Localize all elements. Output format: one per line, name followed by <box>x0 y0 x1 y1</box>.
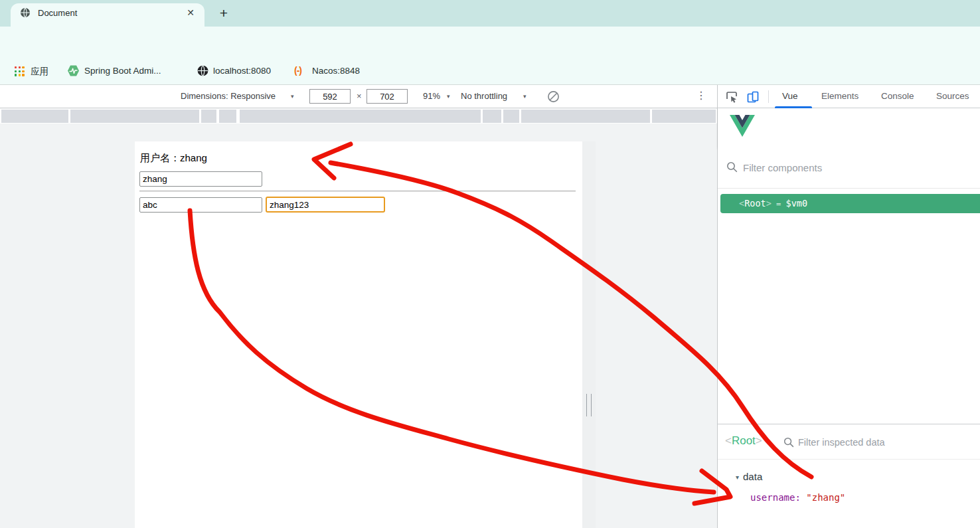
viewport-width-input[interactable] <box>309 89 351 104</box>
devtools: Dimensions: Responsive ▾ × 91% ▾ No thro… <box>0 84 980 528</box>
horizontal-rule <box>139 191 576 191</box>
devtools-tab-bar: Vue Elements Console Sources <box>718 85 980 108</box>
apps-grid-icon[interactable] <box>15 66 25 76</box>
new-tab-button[interactable]: + <box>216 5 232 21</box>
nacos-icon: (-) <box>294 65 301 76</box>
device-toolbar: Dimensions: Responsive ▾ × 91% ▾ No thro… <box>0 85 717 108</box>
property-row[interactable]: username: "zhang" <box>750 492 845 503</box>
inspector-header: <Root> <box>718 424 980 460</box>
inspected-component-title: <Root> <box>725 434 762 448</box>
search-icon <box>783 437 794 448</box>
bracket-close: > <box>766 198 772 209</box>
throttling-dropdown[interactable]: No throttling <box>461 91 507 101</box>
bookmark-nacos[interactable]: Nacos:8848 <box>312 66 360 76</box>
bookmark-apps-label[interactable]: 应用 <box>31 66 48 78</box>
tab-strip: Document ✕ + <box>0 0 980 27</box>
data-section-label: data <box>743 471 762 482</box>
device-emulation-pane: Dimensions: Responsive ▾ × 91% ▾ No thro… <box>0 85 717 528</box>
vue-devtools-pane: Vue Elements Console Sources <Root <box>718 85 980 528</box>
globe-favicon-icon <box>20 7 31 18</box>
browser-tab[interactable]: Document ✕ <box>11 3 204 27</box>
filter-components-row <box>718 148 980 189</box>
address-bar: ← → ↻ ⌂ i 文件 | D:/Workspace-vue/HMVue2/d… <box>0 27 980 58</box>
bookmarks-bar: 应用 Spring Boot Admi... localhost:8080 (-… <box>0 58 980 84</box>
tab-sources[interactable]: Sources <box>936 91 969 101</box>
spring-boot-admin-icon <box>67 64 80 77</box>
more-options-icon[interactable]: ⋮ <box>694 89 708 102</box>
dimensions-dropdown[interactable]: Dimensions: Responsive <box>181 91 276 101</box>
component-inspector: <Root> ▾data username: "zhang" <box>718 424 980 528</box>
bracket-open: < <box>739 198 744 209</box>
dimensions-times: × <box>357 91 362 101</box>
property-key: username: <box>750 492 801 503</box>
bookmark-spring-boot[interactable]: Spring Boot Admi... <box>84 66 161 76</box>
emulation-canvas: 用户名：zhang <box>0 124 717 528</box>
globe-bookmark-icon <box>197 65 208 76</box>
device-toolbar-toggle-icon[interactable] <box>746 90 760 104</box>
chevron-down-icon: ▾ <box>291 93 294 100</box>
media-query-bar <box>0 109 717 124</box>
vue-devtools-header <box>718 108 980 148</box>
rotate-viewport-icon[interactable] <box>547 90 560 103</box>
equals-sign: = <box>776 199 781 209</box>
filter-inspected-data-input[interactable] <box>798 433 964 452</box>
lazy-input[interactable] <box>139 197 262 213</box>
vm-variable: $vm0 <box>786 198 808 209</box>
tab-elements[interactable]: Elements <box>821 91 858 101</box>
username-display-text: 用户名：zhang <box>140 152 207 165</box>
browser-window: Document ✕ + ← → ↻ ⌂ i 文件 | D:/Workspace… <box>0 0 980 528</box>
tab-title: Document <box>38 8 77 18</box>
viewport-resize-strip <box>582 141 596 528</box>
inspect-element-icon[interactable] <box>725 90 738 104</box>
filter-components-input[interactable] <box>743 157 962 177</box>
toolbar-divider <box>768 90 769 103</box>
resize-grip-handle[interactable] <box>586 394 592 416</box>
selected-component-bar[interactable]: <Root> = $vm0 <box>720 194 980 213</box>
focused-input[interactable] <box>266 197 385 213</box>
viewport-height-input[interactable] <box>367 89 408 104</box>
tab-console[interactable]: Console <box>881 91 914 101</box>
expander-triangle-icon[interactable]: ▾ <box>736 474 739 481</box>
data-section-row[interactable]: ▾data <box>736 471 762 482</box>
vue-logo-icon <box>730 115 755 137</box>
tab-close-icon[interactable]: ✕ <box>183 5 198 20</box>
bookmark-localhost[interactable]: localhost:8080 <box>213 66 271 76</box>
tab-vue[interactable]: Vue <box>782 91 798 101</box>
component-name: Root <box>744 198 766 209</box>
chevron-down-icon: ▾ <box>447 93 450 100</box>
property-value: "zhang" <box>806 492 845 503</box>
search-icon <box>726 161 738 173</box>
page-viewport: 用户名：zhang <box>135 141 582 528</box>
zoom-dropdown[interactable]: 91% <box>423 91 440 101</box>
username-bound-input[interactable] <box>139 171 262 187</box>
chevron-down-icon: ▾ <box>523 93 527 100</box>
